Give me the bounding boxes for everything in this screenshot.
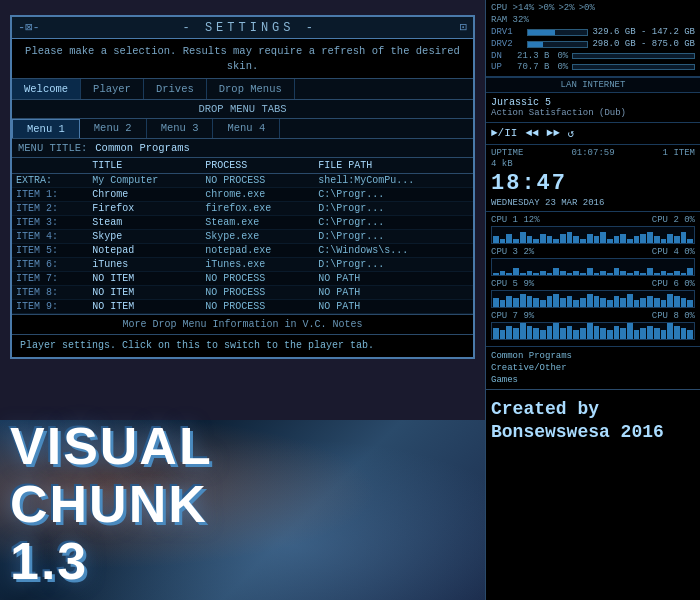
cpu-bar-segment <box>654 298 660 307</box>
cpu-row: CPU 7 9% CPU 8 0% <box>491 311 695 340</box>
tab-player[interactable]: Player <box>81 79 144 99</box>
menu-tab-4[interactable]: Menu 4 <box>213 119 280 138</box>
cpu-graph <box>491 322 695 340</box>
menu-tab-3[interactable]: Menu 3 <box>147 119 214 138</box>
cpu-bar-segment <box>654 236 660 243</box>
drv2-bar-fill <box>528 42 543 47</box>
row-process: NO PROCESS <box>201 286 314 300</box>
repeat-button[interactable]: ↺ <box>568 127 575 140</box>
table-row[interactable]: ITEM 2: Firefox firefox.exe D:\Progr... <box>12 202 473 216</box>
play-pause-button[interactable]: ►/II <box>491 127 517 140</box>
table-row[interactable]: ITEM 4: Skype Skype.exe D:\Progr... <box>12 230 473 244</box>
table-row[interactable]: ITEM 1: Chrome chrome.exe C:\Progr... <box>12 188 473 202</box>
cpu-bar-segment <box>594 296 600 307</box>
cpu-bar-segment <box>587 294 593 307</box>
row-title: Notepad <box>88 244 201 258</box>
row-process: iTunes.exe <box>201 258 314 272</box>
cpu-bar-segment <box>506 326 512 339</box>
up-row: UP 70.7 B 0% <box>491 62 695 72</box>
drv2-value: 298.0 GB - 875.0 GB <box>592 39 695 49</box>
menu-title-row: MENU TITLE: Common Programs <box>12 139 473 158</box>
stats-section: CPU >14% >0% >2% >0% RAM 32% DRV1 329.6 … <box>486 0 700 77</box>
cpu-section: CPU 1 12% CPU 2 0% CPU 3 2% CPU 4 0% CPU… <box>486 212 700 346</box>
cpu-bar-segment <box>540 271 546 275</box>
tab-drop-menus[interactable]: Drop Menus <box>207 79 295 99</box>
titlebar-close-icon[interactable]: ⊡ <box>460 20 467 35</box>
table-row[interactable]: ITEM 6: iTunes iTunes.exe D:\Progr... <box>12 258 473 272</box>
cpu-bar-segment <box>687 300 693 307</box>
time-display: 18:47 <box>491 171 695 196</box>
cpu-bar-segment <box>527 271 533 275</box>
row-title: Firefox <box>88 202 201 216</box>
row-title: iTunes <box>88 258 201 272</box>
cpu-bar-segment <box>647 296 653 307</box>
cpu-bar-segment <box>620 298 626 307</box>
lan-header: LAN INTERNET <box>486 77 700 93</box>
cpu-bar-segment <box>681 273 687 275</box>
cpu-bar-segment <box>533 298 539 307</box>
cpu-bar-segment <box>607 300 613 307</box>
row-path: NO PATH <box>314 300 473 314</box>
cpu-row: CPU 3 2% CPU 4 0% <box>491 247 695 276</box>
table-row[interactable]: ITEM 3: Steam Steam.exe C:\Progr... <box>12 216 473 230</box>
table-row[interactable]: ITEM 7: NO ITEM NO PROCESS NO PATH <box>12 272 473 286</box>
bottom-menu-item[interactable]: Creative/Other <box>491 362 695 374</box>
up-bar <box>572 64 695 70</box>
items-table: TITLE PROCESS FILE PATH EXTRA: My Comput… <box>12 158 473 314</box>
uptime-items: 1 ITEM <box>663 148 695 158</box>
cpu-bar-segment <box>607 239 613 243</box>
bottom-menu-item[interactable]: Games <box>491 374 695 386</box>
cpu-bar-segment <box>667 323 673 339</box>
table-row[interactable]: ITEM 8: NO ITEM NO PROCESS NO PATH <box>12 286 473 300</box>
cpu-bar-segment <box>493 328 499 339</box>
cpu-bar-segment <box>527 326 533 339</box>
row-title: NO ITEM <box>88 300 201 314</box>
drv1-label: DRV1 <box>491 27 523 37</box>
cpu-bar-segment <box>587 268 593 275</box>
cpu-bar-segment <box>580 273 586 275</box>
cpu-bar-segment <box>527 296 533 307</box>
cpu-bar-segment <box>661 271 667 275</box>
cpu-label: CPU 5 9% <box>491 279 534 289</box>
cpu-bar-segment <box>654 328 660 339</box>
vc-note: More Drop Menu Information in V.C. Notes <box>12 314 473 334</box>
cpu-bar-segment <box>493 236 499 243</box>
cpu-label2: CPU 4 0% <box>652 247 695 257</box>
col-title: TITLE <box>88 158 201 174</box>
menu-tab-1[interactable]: Menu 1 <box>12 119 80 138</box>
table-row[interactable]: ITEM 5: Notepad notepad.exe C:\Windows\s… <box>12 244 473 258</box>
cpu-bar-segment <box>607 330 613 339</box>
row-id: ITEM 8: <box>12 286 88 300</box>
row-id: ITEM 5: <box>12 244 88 258</box>
row-id: ITEM 3: <box>12 216 88 230</box>
cpu-bar-segment <box>560 271 566 275</box>
cpu-bar-segment <box>547 296 553 307</box>
cpu-bar-segment <box>594 326 600 339</box>
cpu-bar-segment <box>580 298 586 307</box>
cpu-bar-segment <box>533 273 539 275</box>
ram-stat: RAM 32% <box>491 15 529 25</box>
dn-row: DN 21.3 B 0% <box>491 51 695 61</box>
fast-forward-button[interactable]: ►► <box>547 127 560 140</box>
menu-tab-2[interactable]: Menu 2 <box>80 119 147 138</box>
cpu-bar-segment <box>681 232 687 243</box>
menu-tabs: Menu 1 Menu 2 Menu 3 Menu 4 <box>12 119 473 139</box>
table-header-row: TITLE PROCESS FILE PATH <box>12 158 473 174</box>
rewind-button[interactable]: ◄◄ <box>525 127 538 140</box>
table-row[interactable]: ITEM 9: NO ITEM NO PROCESS NO PATH <box>12 300 473 314</box>
table-row[interactable]: EXTRA: My Computer NO PROCESS shell:MyCo… <box>12 174 473 188</box>
tab-welcome[interactable]: Welcome <box>12 79 81 99</box>
player-settings-note[interactable]: Player settings. Click on this to switch… <box>12 334 473 357</box>
cpu3-stat: >0% <box>579 3 595 13</box>
cpu-bar-segment <box>493 298 499 307</box>
tab-drives[interactable]: Drives <box>144 79 207 99</box>
row-id: ITEM 9: <box>12 300 88 314</box>
cpu-label-row: CPU 1 12% CPU 2 0% <box>491 215 695 225</box>
cpu-bar-segment <box>506 296 512 307</box>
row-process: notepad.exe <box>201 244 314 258</box>
bottom-menu-item[interactable]: Common Programs <box>491 350 695 362</box>
cpu-bar-segment <box>634 330 640 339</box>
cpu-bar-segment <box>627 294 633 307</box>
cpu-bar-segment <box>580 239 586 243</box>
drv1-bar-fill <box>528 30 555 35</box>
